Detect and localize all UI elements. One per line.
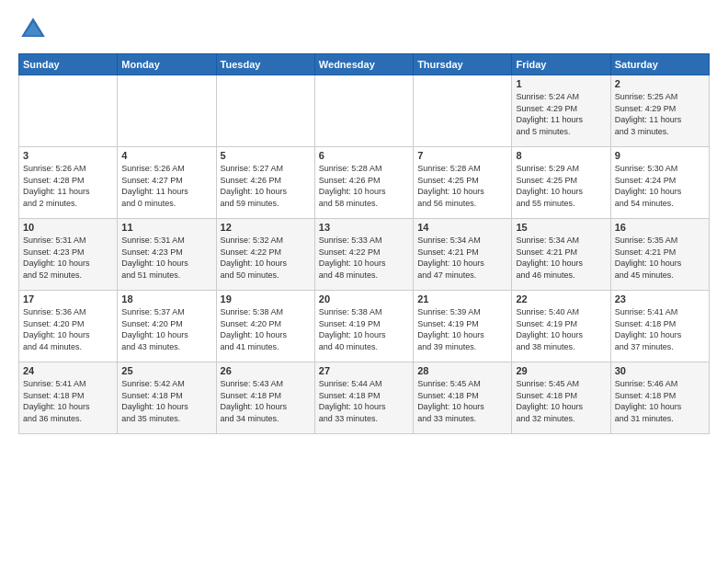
day-cell: 21Sunrise: 5:39 AM Sunset: 4:19 PM Dayli… [414,291,512,362]
day-info: Sunrise: 5:43 AM Sunset: 4:18 PM Dayligh… [221,378,311,424]
day-number: 30 [615,365,705,376]
day-info: Sunrise: 5:37 AM Sunset: 4:20 PM Dayligh… [121,306,211,352]
day-info: Sunrise: 5:33 AM Sunset: 4:22 PM Dayligh… [319,235,409,281]
day-cell: 4Sunrise: 5:26 AM Sunset: 4:27 PM Daylig… [118,147,216,219]
day-number: 12 [221,222,311,233]
day-cell: 29Sunrise: 5:45 AM Sunset: 4:18 PM Dayli… [512,362,610,434]
day-cell [414,75,512,147]
day-info: Sunrise: 5:34 AM Sunset: 4:21 PM Dayligh… [516,235,606,281]
day-info: Sunrise: 5:41 AM Sunset: 4:18 PM Dayligh… [615,306,705,352]
day-cell: 16Sunrise: 5:35 AM Sunset: 4:21 PM Dayli… [610,219,709,291]
day-number: 26 [221,365,311,376]
day-info: Sunrise: 5:41 AM Sunset: 4:18 PM Dayligh… [23,378,113,424]
day-number: 7 [417,150,507,161]
calendar-body: 1Sunrise: 5:24 AM Sunset: 4:29 PM Daylig… [19,75,710,434]
header-wednesday: Wednesday [314,54,413,75]
day-number: 29 [516,365,606,376]
header-monday: Monday [118,54,216,75]
day-info: Sunrise: 5:26 AM Sunset: 4:27 PM Dayligh… [121,163,211,209]
day-cell: 22Sunrise: 5:40 AM Sunset: 4:19 PM Dayli… [512,291,610,362]
header-friday: Friday [512,54,610,75]
day-info: Sunrise: 5:45 AM Sunset: 4:18 PM Dayligh… [516,378,606,424]
day-info: Sunrise: 5:28 AM Sunset: 4:25 PM Dayligh… [417,163,507,209]
day-number: 21 [417,293,507,304]
day-info: Sunrise: 5:24 AM Sunset: 4:29 PM Dayligh… [516,91,606,137]
day-info: Sunrise: 5:39 AM Sunset: 4:19 PM Dayligh… [417,306,507,352]
day-number: 23 [615,293,705,304]
day-cell: 7Sunrise: 5:28 AM Sunset: 4:25 PM Daylig… [414,147,512,219]
day-info: Sunrise: 5:44 AM Sunset: 4:18 PM Dayligh… [319,378,409,424]
logo [18,15,51,44]
day-info: Sunrise: 5:25 AM Sunset: 4:29 PM Dayligh… [615,91,705,137]
day-number: 17 [23,293,113,304]
calendar-table: SundayMondayTuesdayWednesdayThursdayFrid… [18,53,710,434]
day-cell: 10Sunrise: 5:31 AM Sunset: 4:23 PM Dayli… [19,219,118,291]
header-row: SundayMondayTuesdayWednesdayThursdayFrid… [19,54,710,75]
header-saturday: Saturday [610,54,709,75]
day-info: Sunrise: 5:31 AM Sunset: 4:23 PM Dayligh… [23,235,113,281]
day-number: 2 [615,78,705,89]
day-info: Sunrise: 5:26 AM Sunset: 4:28 PM Dayligh… [23,163,113,209]
day-number: 20 [319,293,409,304]
week-row-2: 3Sunrise: 5:26 AM Sunset: 4:28 PM Daylig… [19,147,710,219]
day-number: 14 [417,222,507,233]
day-info: Sunrise: 5:34 AM Sunset: 4:21 PM Dayligh… [417,235,507,281]
day-cell: 11Sunrise: 5:31 AM Sunset: 4:23 PM Dayli… [118,219,216,291]
day-cell: 3Sunrise: 5:26 AM Sunset: 4:28 PM Daylig… [19,147,118,219]
logo-icon [18,15,48,44]
day-number: 22 [516,293,606,304]
day-cell: 28Sunrise: 5:45 AM Sunset: 4:18 PM Dayli… [414,362,512,434]
day-number: 19 [221,293,311,304]
day-number: 9 [615,150,705,161]
day-info: Sunrise: 5:29 AM Sunset: 4:25 PM Dayligh… [516,163,606,209]
day-number: 10 [23,222,113,233]
day-info: Sunrise: 5:38 AM Sunset: 4:19 PM Dayligh… [319,306,409,352]
day-cell: 1Sunrise: 5:24 AM Sunset: 4:29 PM Daylig… [512,75,610,147]
day-info: Sunrise: 5:31 AM Sunset: 4:23 PM Dayligh… [121,235,211,281]
day-cell: 19Sunrise: 5:38 AM Sunset: 4:20 PM Dayli… [216,291,314,362]
day-cell [216,75,314,147]
day-cell [314,75,413,147]
day-cell: 18Sunrise: 5:37 AM Sunset: 4:20 PM Dayli… [118,291,216,362]
week-row-4: 17Sunrise: 5:36 AM Sunset: 4:20 PM Dayli… [19,291,710,362]
day-number: 27 [319,365,409,376]
day-info: Sunrise: 5:38 AM Sunset: 4:20 PM Dayligh… [221,306,311,352]
header-thursday: Thursday [414,54,512,75]
day-cell: 24Sunrise: 5:41 AM Sunset: 4:18 PM Dayli… [19,362,118,434]
day-info: Sunrise: 5:40 AM Sunset: 4:19 PM Dayligh… [516,306,606,352]
week-row-1: 1Sunrise: 5:24 AM Sunset: 4:29 PM Daylig… [19,75,710,147]
day-info: Sunrise: 5:36 AM Sunset: 4:20 PM Dayligh… [23,306,113,352]
header [18,15,710,44]
day-cell: 20Sunrise: 5:38 AM Sunset: 4:19 PM Dayli… [314,291,413,362]
day-number: 15 [516,222,606,233]
header-sunday: Sunday [19,54,118,75]
day-number: 1 [516,78,606,89]
day-cell: 13Sunrise: 5:33 AM Sunset: 4:22 PM Dayli… [314,219,413,291]
day-number: 18 [121,293,211,304]
day-number: 5 [221,150,311,161]
day-number: 11 [121,222,211,233]
day-number: 8 [516,150,606,161]
day-number: 25 [121,365,211,376]
day-info: Sunrise: 5:32 AM Sunset: 4:22 PM Dayligh… [221,235,311,281]
day-cell: 25Sunrise: 5:42 AM Sunset: 4:18 PM Dayli… [118,362,216,434]
day-info: Sunrise: 5:42 AM Sunset: 4:18 PM Dayligh… [121,378,211,424]
day-number: 28 [417,365,507,376]
day-cell: 15Sunrise: 5:34 AM Sunset: 4:21 PM Dayli… [512,219,610,291]
week-row-5: 24Sunrise: 5:41 AM Sunset: 4:18 PM Dayli… [19,362,710,434]
day-cell: 12Sunrise: 5:32 AM Sunset: 4:22 PM Dayli… [216,219,314,291]
day-info: Sunrise: 5:45 AM Sunset: 4:18 PM Dayligh… [417,378,507,424]
day-info: Sunrise: 5:35 AM Sunset: 4:21 PM Dayligh… [615,235,705,281]
day-number: 4 [121,150,211,161]
day-cell [118,75,216,147]
day-cell: 26Sunrise: 5:43 AM Sunset: 4:18 PM Dayli… [216,362,314,434]
day-cell: 23Sunrise: 5:41 AM Sunset: 4:18 PM Dayli… [610,291,709,362]
day-cell: 30Sunrise: 5:46 AM Sunset: 4:18 PM Dayli… [610,362,709,434]
page: SundayMondayTuesdayWednesdayThursdayFrid… [0,0,728,563]
day-cell [19,75,118,147]
day-number: 13 [319,222,409,233]
header-tuesday: Tuesday [216,54,314,75]
day-info: Sunrise: 5:27 AM Sunset: 4:26 PM Dayligh… [221,163,311,209]
day-cell: 9Sunrise: 5:30 AM Sunset: 4:24 PM Daylig… [610,147,709,219]
day-cell: 8Sunrise: 5:29 AM Sunset: 4:25 PM Daylig… [512,147,610,219]
